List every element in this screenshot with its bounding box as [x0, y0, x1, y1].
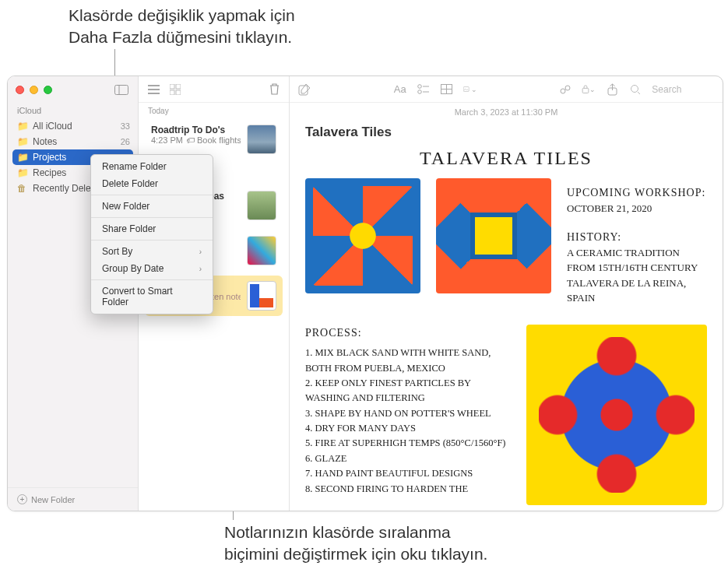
callout-top: Klasörde değişiklik yapmak için Daha Faz…: [69, 5, 411, 49]
svg-point-19: [565, 86, 570, 90]
tile-image-1: [305, 178, 420, 293]
plus-icon: +: [17, 494, 27, 504]
sidebar-toggle-icon[interactable]: [113, 83, 130, 96]
svg-rect-6: [176, 84, 181, 89]
sidebar-item-count: 33: [121, 121, 130, 131]
sidebar-section-label: iCloud: [8, 103, 138, 118]
share-icon[interactable]: [605, 83, 619, 97]
svg-rect-8: [176, 90, 181, 95]
callout-leader: [114, 49, 115, 76]
menu-separator: [91, 195, 213, 195]
svg-rect-17: [463, 87, 469, 92]
search-input[interactable]: Search: [652, 84, 715, 95]
process-step: 7. HAND PAINT BEAUTIFUL DESIGNS: [305, 466, 512, 481]
window-controls: [8, 76, 138, 103]
tile-image-2: [436, 178, 551, 293]
checklist-icon[interactable]: [417, 83, 431, 97]
menu-item-new-folder[interactable]: New Folder: [91, 198, 213, 215]
menu-item-label: Group By Date: [102, 263, 164, 274]
list-view-icon[interactable]: [146, 83, 160, 97]
chevron-right-icon: ›: [199, 248, 202, 256]
list-toolbar: [139, 76, 289, 103]
sidebar-item-count: 26: [121, 137, 130, 146]
process-step: 2. KEEP ONLY FINEST PARTICLES BY WASHING…: [305, 376, 512, 406]
menu-item-label: Convert to Smart Folder: [102, 286, 202, 307]
trash-icon: 🗑: [17, 183, 28, 194]
menu-item-group-by-date[interactable]: Group By Date›: [91, 260, 213, 277]
note-subtitle: 4:23 PM 🏷 Book flights …: [151, 135, 241, 145]
process-step: 6. GLAZE: [305, 451, 512, 466]
note-thumbnail: [247, 236, 276, 265]
close-window-button[interactable]: [16, 86, 24, 94]
note-heading: Talavera Tiles: [305, 125, 707, 140]
folder-context-menu: Rename FolderDelete FolderNew FolderShar…: [90, 154, 213, 314]
note-thumbnail: [247, 191, 276, 220]
media-icon[interactable]: ⌄: [463, 83, 477, 97]
trash-icon[interactable]: [267, 83, 281, 97]
menu-separator: [91, 279, 213, 280]
svg-line-20: [564, 89, 566, 90]
menu-item-label: Delete Folder: [102, 178, 158, 189]
svg-point-12: [418, 90, 422, 93]
editor-pane: Aa ⌄ ⌄ Search Marc: [290, 76, 723, 511]
svg-point-10: [418, 84, 422, 88]
menu-separator: [91, 240, 213, 241]
process-step: 3. SHAPE BY HAND ON POTTER'S WHEEL: [305, 406, 512, 421]
new-folder-button[interactable]: + New Folder: [8, 487, 138, 511]
sidebar-item-label: Projects: [33, 152, 98, 163]
note-body[interactable]: Talavera Tiles TALAVERA TILES UPCOMING W…: [290, 121, 723, 511]
handwritten-title: TALAVERA TILES: [305, 148, 707, 169]
note-thumbnail: [247, 125, 276, 154]
link-icon[interactable]: [558, 83, 572, 97]
note-timestamp: March 3, 2023 at 11:30 PM: [290, 103, 723, 121]
svg-rect-21: [582, 88, 589, 93]
svg-rect-0: [115, 85, 128, 94]
svg-line-24: [638, 92, 640, 94]
chevron-right-icon: ›: [199, 265, 202, 273]
menu-item-share-folder[interactable]: Share Folder: [91, 220, 213, 237]
tile-image-3: [526, 325, 707, 505]
note-text-block: UPCOMING WORKSHOP: OCTOBER 21, 2020 HIST…: [567, 178, 707, 306]
table-icon[interactable]: [440, 83, 454, 97]
menu-item-convert-to-smart-folder[interactable]: Convert to Smart Folder: [91, 283, 213, 311]
process-step: 8. SECOND FIRING TO HARDEN THE: [305, 482, 512, 497]
menu-item-rename-folder[interactable]: Rename Folder: [91, 158, 213, 175]
process-step: 4. DRY FOR MANY DAYS: [305, 421, 512, 436]
svg-rect-7: [170, 90, 174, 95]
new-folder-label: New Folder: [31, 495, 75, 504]
note-title: Roadtrip To Do's: [151, 125, 241, 135]
sidebar-item-notes[interactable]: 📁 Notes 26: [8, 134, 138, 149]
sidebar-item-label: All iCloud: [33, 121, 116, 132]
sidebar-item-label: Notes: [33, 136, 116, 147]
lock-icon[interactable]: ⌄: [582, 83, 596, 97]
folder-icon: 📁: [17, 136, 28, 147]
svg-rect-5: [170, 84, 174, 89]
zoom-window-button[interactable]: [44, 86, 52, 94]
note-thumbnail: [247, 281, 276, 311]
process-step: 1. MIX BLACK SAND WITH WHITE SAND, BOTH …: [305, 346, 512, 376]
callout-bottom: Notlarınızın klasörde sıralanma biçimini…: [224, 522, 567, 566]
editor-toolbar: Aa ⌄ ⌄ Search: [290, 76, 723, 103]
menu-separator: [91, 217, 213, 218]
menu-item-label: New Folder: [102, 201, 149, 212]
search-icon[interactable]: [628, 83, 642, 97]
compose-icon[interactable]: [297, 83, 311, 97]
menu-item-label: Rename Folder: [102, 161, 167, 172]
folder-icon: 📁: [17, 152, 28, 163]
sidebar-item-all-icloud[interactable]: 📁 All iCloud 33: [8, 118, 138, 134]
grid-view-icon[interactable]: [168, 83, 182, 97]
menu-item-label: Share Folder: [102, 223, 156, 234]
menu-item-label: Sort By: [102, 246, 132, 257]
menu-item-sort-by[interactable]: Sort By›: [91, 243, 213, 260]
format-icon[interactable]: Aa: [393, 83, 407, 97]
list-section-label: Today: [139, 103, 289, 117]
menu-item-delete-folder[interactable]: Delete Folder: [91, 175, 213, 192]
svg-point-23: [631, 85, 638, 92]
process-block: PROCESS: 1. MIX BLACK SAND WITH WHITE SA…: [305, 325, 512, 505]
folder-icon: 📁: [17, 167, 28, 178]
minimize-window-button[interactable]: [30, 86, 38, 94]
process-step: 5. FIRE AT SUPERHIGH TEMPS (850°C/1560°F…: [305, 436, 512, 451]
svg-point-18: [561, 89, 565, 93]
folder-icon: 📁: [17, 121, 28, 132]
